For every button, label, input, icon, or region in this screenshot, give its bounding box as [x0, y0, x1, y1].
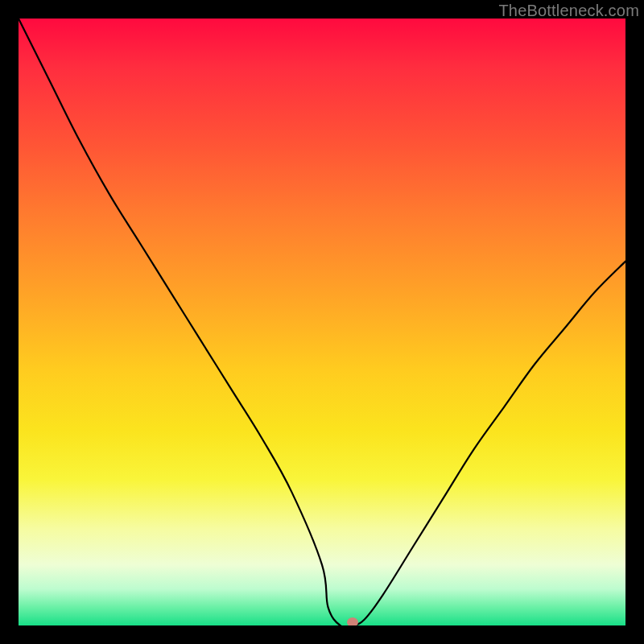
- bottleneck-curve: [19, 19, 625, 625]
- attribution-text: TheBottleneck.com: [498, 2, 639, 20]
- optimal-point-marker: [347, 617, 358, 625]
- chart-frame: TheBottleneck.com: [0, 0, 644, 644]
- curve-layer: [19, 19, 625, 625]
- plot-area: [19, 19, 625, 625]
